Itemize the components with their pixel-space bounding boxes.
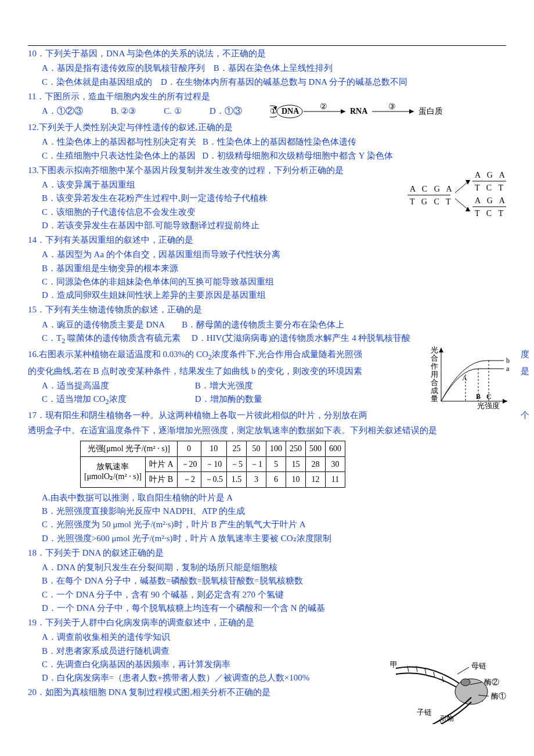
q13-block: A C G A T G C T A G A T C T A G A T C T …: [28, 164, 506, 232]
q16-block: 光 合 作 用 合 成 量 b a A B C: [28, 348, 506, 408]
q16-optA: A．适当提高温度: [42, 379, 193, 393]
q10-row2: C．染色体就是由基因组成的 D．在生物体内所有基因的碱基总数与 DNA 分子的碱…: [28, 75, 506, 89]
q19-q20-block: 甲 母链 酶② 酶① 子链 引物 乙 母链: [28, 616, 506, 700]
q18-optD: D．一个 DNA 分子中，每个脱氧核糖上均连有一个磷酸和一个含 N 的碱基: [28, 602, 506, 615]
q16-tail-a: 度: [521, 348, 529, 361]
q12-optB: B．性染色体上的基因都随性染色体遗传: [203, 137, 356, 146]
th-c7: 600: [326, 441, 345, 456]
b7: 11: [326, 472, 345, 488]
q19-stem: 19．下列关于人群中白化病发病率的调查叙述中，正确的是: [28, 616, 506, 629]
q10-row1: A．基因是指有遗传效应的脱氧核苷酸序列 B．基因在染色体上呈线性排列: [28, 62, 506, 75]
svg-text:光强度: 光强度: [477, 401, 500, 409]
a7: 30: [326, 456, 345, 472]
table-row-A: 放氧速率 [μmolO₂/(m² · s)] 叶片 A －20 －10 －5 －…: [81, 456, 345, 472]
q17-optA: A.由表中数据可以推测，取自阳生植物的叶片是 A: [28, 491, 506, 505]
q12-optD: D．初级精母细胞和次级精母细胞中都含 Y 染色体: [202, 151, 393, 160]
a0: －20: [177, 456, 201, 472]
q11-optD: D．①③: [210, 105, 242, 118]
q13-diagram: A C G A T G C T A G A T C T A G A T C T: [407, 170, 512, 226]
svg-text:③: ③: [388, 103, 396, 111]
svg-line-62: [457, 667, 469, 674]
a2: －5: [227, 456, 247, 472]
q16-stem-a: 16.右图表示某种植物在最适温度和 0.03%的 CO: [28, 350, 208, 359]
q10-optA: A．基因是指有遗传效应的脱氧核苷酸序列: [42, 63, 205, 73]
svg-marker-8: [409, 109, 414, 114]
q14-optB: B．基因重组是生物变异的根本来源: [28, 262, 506, 275]
q16-optB: B．增大光强度: [195, 381, 253, 390]
q18-stem: 18．下列关于 DNA 的叙述正确的是: [28, 546, 506, 560]
q19-optB: B．对患者家系成员进行随机调查: [28, 645, 506, 658]
svg-text:T G C T: T G C T: [410, 197, 453, 206]
q10-optD: D．在生物体内所有基因的碱基总数与 DNA 分子的碱基总数不同: [161, 77, 407, 87]
q17-tail-a: 个: [521, 409, 529, 422]
dna-flow-icon: ① DNA ② RNA ③ 蛋白质: [270, 103, 467, 120]
svg-text:A C G A: A C G A: [410, 185, 454, 193]
dna-replication-figure: 甲 母链 酶② 酶① 子链 引物 乙 母链: [384, 657, 518, 724]
th-c4: 100: [266, 441, 286, 456]
leafB-label: 叶片 B: [145, 472, 177, 488]
svg-text:成: 成: [431, 386, 438, 395]
q15-stem: 15．下列有关生物遗传物质的叙述，正确的是: [28, 303, 506, 316]
q16-stem-a-post: 浓度条件下,光合作用合成量随着光照强: [212, 350, 362, 359]
b2: 1.5: [227, 472, 247, 488]
svg-marker-32: [439, 348, 443, 352]
q17-optC: C．光照强度为 50 μmol 光子/(m²·s)时，叶片 B 产生的氧气大于叶…: [28, 518, 506, 531]
q15-optB: B．酵母菌的遗传物质主要分布在染色体上: [182, 320, 344, 329]
q12-row2: C．生殖细胞中只表达性染色体上的基因 D．初级精母细胞和次级精母细胞中都含 Y …: [28, 149, 506, 163]
q17-stem1: 17．现有阳生和阴生植物各一种。从这两种植物上各取一片彼此相似的叶片，分别放在两…: [28, 409, 506, 422]
svg-point-52: [455, 679, 488, 704]
q15-optC-pre: C．T: [42, 333, 62, 343]
gene-mutation-icon: A C G A T G C T A G A T C T A G A T C T: [407, 170, 512, 222]
svg-text:C: C: [486, 393, 492, 401]
q15-row1: A．豌豆的遗传物质主要是 DNA B．酵母菌的遗传物质主要分布在染色体上: [28, 318, 506, 332]
svg-text:作: 作: [431, 362, 438, 370]
leafA-label: 叶片 A: [145, 456, 177, 472]
th-c3: 50: [247, 441, 266, 456]
b6: 12: [306, 472, 326, 488]
q17-stem2: 透明盒子中。在适宜温度条件下，逐渐增加光照强度，测定放氧速率的数据如下表。下列相…: [28, 424, 506, 437]
q15-optC-post: 噬菌体的遗传物质含有硫元素: [65, 333, 181, 343]
svg-text:②: ②: [320, 103, 327, 111]
svg-text:A G A: A G A: [475, 171, 507, 179]
q14-stem: 14．下列有关基因重组的叙述中，正确的是: [28, 233, 506, 247]
svg-text:合: 合: [431, 378, 438, 387]
q12-stem: 12.下列关于人类性别决定与伴性遗传的叙述,正确的是: [28, 121, 506, 134]
q16-optC: C．适当增加 CO2浓度: [42, 393, 193, 408]
q14-optC: C．同源染色体的非姐妹染色单体间的互换可能导致基因重组: [28, 275, 506, 289]
th-c6: 500: [306, 441, 326, 456]
q11-optB: B. ②③: [111, 105, 136, 118]
q14-optA: A．基因型为 Aa 的个体自交，因基因重组而导致子代性状分离: [28, 248, 506, 261]
b3: 3: [247, 472, 266, 488]
q16-optD: D．增加酶的数量: [195, 394, 262, 404]
svg-text:T C T: T C T: [475, 183, 506, 192]
svg-text:b: b: [506, 357, 510, 365]
th-c2: 25: [227, 441, 247, 456]
b4: 6: [266, 472, 286, 488]
a5: 15: [286, 456, 306, 472]
q15-optA: A．豌豆的遗传物质主要是 DNA: [42, 320, 164, 329]
th-c5: 250: [286, 441, 306, 456]
table-header-row: 光强[μmol 光子/(m² · s)] 0 10 25 50 100 250 …: [81, 441, 345, 456]
svg-text:合: 合: [431, 354, 438, 362]
svg-text:RNA: RNA: [350, 107, 368, 116]
svg-text:A G A: A G A: [475, 196, 507, 205]
svg-marker-34: [503, 399, 507, 404]
q17-optD: D．光照强度>600 μmol 光子/(m²·s)时，叶片 A 放氧速率主要被 …: [28, 532, 506, 545]
q11-optC: C. ①: [164, 105, 182, 118]
q14-optD: D．造成同卵双生姐妹间性状上差异的主要原因是基因重组: [28, 289, 506, 302]
svg-text:DNA: DNA: [282, 107, 300, 116]
svg-text:酶②: 酶②: [484, 678, 499, 686]
q18-optB: B．在每个 DNA 分子中，碱基数=磷酸数=脱氧核苷酸数=脱氧核糖数: [28, 574, 506, 588]
q10-optC: C．染色体就是由基因组成的: [42, 77, 152, 87]
q11: 11．下图所示，造血干细胞内发生的所有过程是 A．①②③ B. ②③ C. ① …: [28, 90, 506, 120]
ylabel: 光: [431, 345, 438, 354]
svg-text:a: a: [506, 365, 510, 373]
svg-text:B: B: [476, 393, 481, 401]
svg-text:子链: 子链: [417, 708, 432, 717]
q16-tail-b: 是: [521, 365, 529, 378]
top-rule: [28, 45, 506, 46]
b0: －2: [177, 472, 201, 488]
q11-options: A．①②③ B. ②③ C. ① D．①③ ① DNA ② RNA ③ 蛋白质: [28, 103, 506, 120]
q12-optA: A．性染色体上的基因都与性别决定有关: [42, 137, 196, 146]
a1: －10: [201, 456, 227, 472]
